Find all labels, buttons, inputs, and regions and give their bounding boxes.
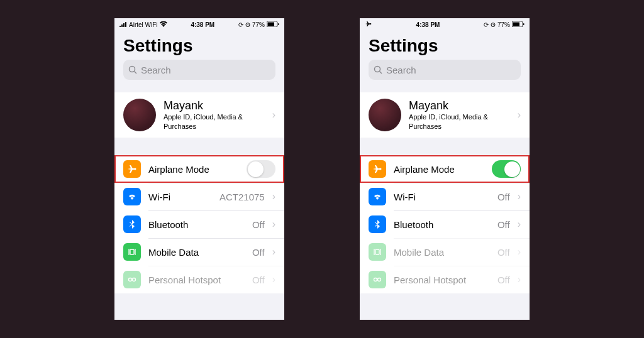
orientation-lock-icon: ⟳ xyxy=(484,21,489,28)
chevron-right-icon: › xyxy=(272,191,275,202)
row-label: Bluetooth xyxy=(148,219,245,230)
svg-rect-7 xyxy=(278,23,279,25)
page-title: Settings xyxy=(369,36,521,56)
svg-point-13 xyxy=(129,278,132,281)
search-input[interactable]: Search xyxy=(123,60,275,80)
chevron-right-icon: › xyxy=(518,109,521,121)
battery-icon xyxy=(512,21,525,28)
status-time: 4:38 PM xyxy=(191,21,214,28)
chevron-right-icon: › xyxy=(272,274,275,285)
row-label: Airplane Mode xyxy=(148,164,239,175)
svg-rect-0 xyxy=(119,26,121,27)
alarm-icon xyxy=(245,21,250,28)
settings-list: Airplane Mode Wi-Fi Off › Bluetooth Off … xyxy=(360,155,530,293)
orientation-lock-icon: ⟳ xyxy=(238,21,243,28)
search-icon xyxy=(374,65,382,74)
screen-right: 4:38 PM ⟳ 77% Settings Search Mayank App… xyxy=(360,18,530,320)
header: Settings Search xyxy=(114,31,284,84)
airplane-mode-row[interactable]: Airplane Mode xyxy=(360,155,530,183)
svg-rect-3 xyxy=(125,22,126,27)
chevron-right-icon: › xyxy=(518,246,521,258)
row-value: Off xyxy=(497,247,510,258)
avatar xyxy=(369,99,401,131)
bluetooth-row[interactable]: Bluetooth Off › xyxy=(360,210,530,238)
wifi-row[interactable]: Wi-Fi Off › xyxy=(360,183,530,210)
svg-line-9 xyxy=(135,72,137,74)
hotspot-icon xyxy=(369,271,386,288)
airplane-toggle[interactable] xyxy=(247,160,275,178)
battery-icon xyxy=(267,21,279,28)
hotspot-icon xyxy=(123,271,141,288)
status-time: 4:38 PM xyxy=(416,21,440,28)
svg-point-8 xyxy=(130,67,135,72)
status-bar: Airtel WiFi 4:38 PM ⟳ 77% xyxy=(114,18,284,31)
svg-rect-17 xyxy=(513,22,520,26)
hotspot-row[interactable]: Personal Hotspot Off › xyxy=(360,266,530,293)
row-value: Off xyxy=(252,219,265,230)
mobile-data-row[interactable]: Mobile Data Off › xyxy=(114,238,284,266)
svg-rect-10 xyxy=(130,249,134,254)
page-title: Settings xyxy=(123,36,275,56)
row-value: Off xyxy=(252,247,265,258)
profile-subtitle: Apple ID, iCloud, Media & Purchases xyxy=(164,112,265,131)
chevron-right-icon: › xyxy=(518,191,521,202)
header: Settings Search xyxy=(360,31,530,84)
settings-list: Airplane Mode Wi-Fi ACT21075 › Bluetooth… xyxy=(114,155,284,293)
profile-name: Mayank xyxy=(164,99,265,112)
airplane-icon xyxy=(123,160,141,178)
svg-rect-21 xyxy=(375,249,379,254)
avatar xyxy=(123,99,156,131)
chevron-right-icon: › xyxy=(272,246,275,258)
search-placeholder: Search xyxy=(386,65,416,75)
battery-percentage: 77% xyxy=(252,21,265,28)
svg-rect-2 xyxy=(123,23,125,27)
row-label: Personal Hotspot xyxy=(148,275,245,285)
svg-point-24 xyxy=(374,278,377,281)
row-label: Mobile Data xyxy=(394,247,490,258)
cellular-icon xyxy=(369,243,386,261)
bluetooth-row[interactable]: Bluetooth Off › xyxy=(114,210,284,238)
row-value: Off xyxy=(497,219,510,230)
profile-subtitle: Apple ID, iCloud, Media & Purchases xyxy=(409,112,510,131)
wifi-row[interactable]: Wi-Fi ACT21075 › xyxy=(114,183,284,210)
row-label: Bluetooth xyxy=(394,219,490,230)
profile-name: Mayank xyxy=(409,99,510,112)
svg-rect-6 xyxy=(268,22,275,26)
row-value: Off xyxy=(497,192,510,202)
svg-point-19 xyxy=(375,67,380,72)
row-label: Wi-Fi xyxy=(394,192,490,202)
svg-rect-1 xyxy=(121,25,123,27)
bluetooth-icon xyxy=(369,215,386,233)
carrier-name: Airtel WiFi xyxy=(129,21,158,28)
mobile-data-row[interactable]: Mobile Data Off › xyxy=(360,238,530,266)
svg-point-14 xyxy=(133,278,136,281)
search-placeholder: Search xyxy=(141,65,171,75)
airplane-toggle[interactable] xyxy=(492,160,521,178)
status-bar: 4:38 PM ⟳ 77% xyxy=(360,18,530,31)
row-value: ACT21075 xyxy=(219,192,265,202)
hotspot-row[interactable]: Personal Hotspot Off › xyxy=(114,266,284,293)
signal-icon xyxy=(119,21,127,28)
cellular-icon xyxy=(123,243,141,261)
wifi-icon xyxy=(123,188,141,205)
row-value: Off xyxy=(252,275,265,285)
chevron-right-icon: › xyxy=(518,274,521,285)
chevron-right-icon: › xyxy=(272,219,275,230)
row-value: Off xyxy=(497,275,510,285)
svg-point-25 xyxy=(378,278,381,281)
profile-row[interactable]: Mayank Apple ID, iCloud, Media & Purchas… xyxy=(360,92,530,138)
search-input[interactable]: Search xyxy=(369,60,521,80)
battery-percentage: 77% xyxy=(497,21,510,28)
svg-line-20 xyxy=(380,72,382,74)
bluetooth-icon xyxy=(123,215,141,233)
wifi-icon xyxy=(160,21,167,28)
chevron-right-icon: › xyxy=(518,219,521,230)
row-label: Mobile Data xyxy=(148,247,245,258)
screen-left: Airtel WiFi 4:38 PM ⟳ 77% Settings Searc… xyxy=(114,18,284,320)
svg-rect-18 xyxy=(523,23,525,25)
airplane-status-icon xyxy=(365,20,372,29)
search-icon xyxy=(128,65,137,74)
chevron-right-icon: › xyxy=(272,109,275,121)
profile-row[interactable]: Mayank Apple ID, iCloud, Media & Purchas… xyxy=(114,92,284,138)
airplane-mode-row[interactable]: Airplane Mode xyxy=(114,155,284,183)
